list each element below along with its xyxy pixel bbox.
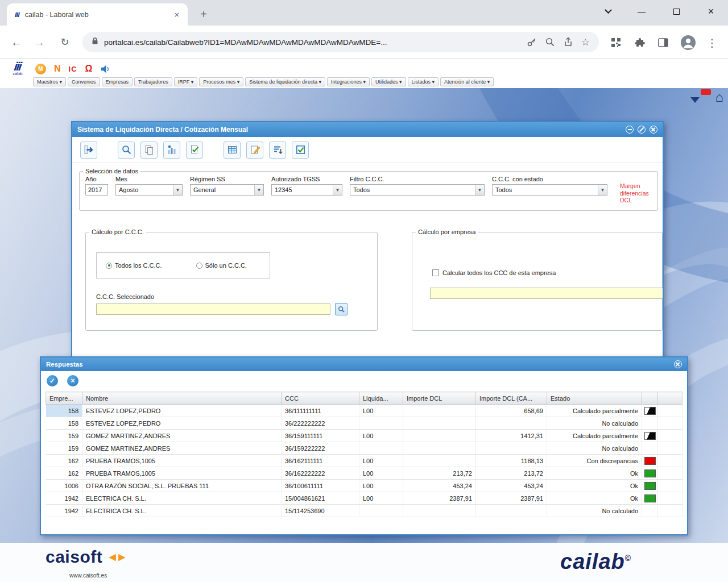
- table-row[interactable]: 158ESTEVEZ LOPEZ,PEDRO36/222222222No cal…: [46, 417, 682, 430]
- document-check-icon[interactable]: [186, 142, 203, 159]
- caisoft-url[interactable]: www.caisoft.es: [69, 572, 107, 579]
- table-row[interactable]: 162PRUEBA TRAMOS,100536/162222222L00213,…: [46, 467, 682, 480]
- ccc-search-button[interactable]: [335, 303, 348, 315]
- window-maximize-button[interactable]: [663, 2, 689, 20]
- key-icon[interactable]: [527, 37, 537, 47]
- profile-avatar[interactable]: [680, 35, 696, 51]
- empresa-input[interactable]: [430, 288, 663, 299]
- extensions-icon[interactable]: [632, 35, 648, 51]
- respuestas-close-icon[interactable]: [674, 360, 682, 368]
- statistics-icon[interactable]: [163, 142, 180, 159]
- dropdown-arrow-icon: ▼: [598, 185, 607, 195]
- table-row[interactable]: 159GOMEZ MARTINEZ,ANDRES36/159222222No c…: [46, 442, 682, 455]
- confirm-icon[interactable]: ✓: [47, 375, 58, 386]
- column-header[interactable]: Liquida...: [359, 392, 403, 405]
- menu-item[interactable]: Trabajadores: [134, 77, 172, 86]
- dialog-toolbar: [72, 137, 663, 163]
- bookmark-star-icon[interactable]: ☆: [581, 36, 590, 48]
- table-row[interactable]: 162PRUEBA TRAMOS,100536/162111111L001188…: [46, 455, 682, 467]
- menu-item[interactable]: Atención al cliente ▾: [440, 77, 494, 86]
- edit-icon[interactable]: [246, 142, 263, 159]
- collapse-arrow-icon[interactable]: [690, 97, 700, 103]
- home-icon[interactable]: ⌂: [715, 90, 724, 104]
- cell-importe-dcl: 2387,91: [403, 492, 476, 505]
- column-header[interactable]: Importe DCL: [403, 392, 476, 405]
- megaphone-icon[interactable]: [100, 65, 111, 73]
- table-row[interactable]: 1006OTRA RAZÓN SOCIAL, S.L. PRUEBAS 1113…: [46, 480, 682, 492]
- dialog-disable-icon[interactable]: [638, 126, 646, 134]
- menu-item[interactable]: Utilidades ▾: [371, 77, 406, 86]
- radio-todos-ccc[interactable]: Todos los C.C.C.: [106, 262, 162, 269]
- new-tab-button[interactable]: +: [196, 7, 211, 22]
- cailab-logo[interactable]: iii cailab: [8, 60, 27, 76]
- share-icon[interactable]: [563, 37, 573, 47]
- url-box[interactable]: portalcai.es/cailab/Cailabweb?ID1=MDAwMD…: [82, 32, 599, 52]
- column-header[interactable]: Importe DCL (CA...: [476, 392, 547, 405]
- forward-icon[interactable]: →: [31, 34, 48, 51]
- menu-item[interactable]: Convenios: [68, 77, 100, 86]
- calcular-ccc-checkbox-row[interactable]: Calcular todos los CCC de esta empresa: [432, 269, 556, 276]
- regimen-select[interactable]: General ▼: [190, 184, 264, 196]
- dialog-title-bar[interactable]: Sistema de Liquidación Directa / Cotizac…: [72, 122, 663, 137]
- search-icon[interactable]: [118, 142, 135, 159]
- menu-item[interactable]: Sistema de liquidación directa ▾: [245, 77, 325, 86]
- menu-item[interactable]: IRPF ▾: [174, 77, 198, 86]
- margen-diferencias-link[interactable]: Margen diferencias DCL: [620, 182, 653, 204]
- respuestas-dialog: Respuestas ✓ × Empre...NombreCCCLiquida.…: [40, 356, 688, 535]
- browser-tab[interactable]: iii cailab - Laboral web ×: [7, 3, 188, 26]
- field-filtro: Filtro C.C.C. Todos ▼: [350, 176, 485, 196]
- column-header[interactable]: Estado: [547, 392, 642, 405]
- calculo-ccc-legend: Cálculo por C.C.C.: [89, 228, 146, 235]
- table-row[interactable]: 1942ELECTRICA CH. S.L.15/114253690No cal…: [46, 505, 682, 517]
- table-icon[interactable]: [224, 142, 241, 159]
- letter-n-icon[interactable]: N: [54, 64, 61, 73]
- table-row[interactable]: 159GOMEZ MARTINEZ,ANDRES36/159111111L001…: [46, 430, 682, 442]
- table-row[interactable]: 1942ELECTRICA CH. S.L.15/004861621L00238…: [46, 492, 682, 505]
- app-shortcuts: MNICΩ: [35, 63, 111, 75]
- column-header[interactable]: Nombre: [82, 392, 282, 405]
- mes-value: Agosto: [116, 186, 173, 193]
- badge-m-icon[interactable]: M: [35, 64, 46, 74]
- table-row[interactable]: 158ESTEVEZ LOPEZ,PEDRO36/111111111L00658…: [46, 405, 682, 417]
- dialog-minimize-icon[interactable]: [626, 126, 634, 134]
- checkbox-icon[interactable]: [432, 269, 439, 276]
- mes-select[interactable]: Agosto ▼: [115, 184, 183, 196]
- menu-dots-icon[interactable]: ⋮: [704, 35, 720, 51]
- order-icon[interactable]: [269, 142, 286, 159]
- lock-icon: [92, 37, 98, 47]
- zoom-icon[interactable]: [545, 37, 555, 47]
- validate-icon[interactable]: [292, 142, 309, 159]
- radio-todos-label: Todos los C.C.C.: [115, 262, 162, 269]
- qr-code-icon[interactable]: [608, 35, 624, 51]
- tab-close-icon[interactable]: ×: [172, 10, 182, 20]
- caisoft-logo[interactable]: caisoft ◄►: [46, 547, 126, 567]
- respuestas-toolbar: ✓ ×: [41, 371, 687, 390]
- cancel-icon[interactable]: ×: [67, 375, 78, 386]
- ano-input[interactable]: [85, 184, 108, 196]
- menu-item[interactable]: Listados ▾: [408, 77, 439, 86]
- respuestas-title-bar[interactable]: Respuestas: [41, 357, 687, 371]
- menu-item[interactable]: Maestros ▾: [33, 77, 66, 86]
- horseshoe-icon[interactable]: Ω: [85, 64, 93, 73]
- tab-search-chevron-icon[interactable]: [595, 2, 621, 20]
- letters-ic-icon[interactable]: IC: [69, 65, 77, 73]
- window-minimize-button[interactable]: —: [628, 2, 655, 20]
- back-icon[interactable]: ←: [8, 34, 25, 51]
- autorizado-select[interactable]: 12345 ▼: [271, 184, 342, 196]
- reload-icon[interactable]: ↻: [56, 34, 73, 51]
- sidebar-icon[interactable]: [655, 35, 671, 51]
- ccc-seleccionado-input[interactable]: [96, 304, 330, 315]
- column-header[interactable]: CCC: [282, 392, 359, 405]
- execute-icon[interactable]: [80, 142, 97, 159]
- menu-item[interactable]: Procesos mes ▾: [199, 77, 243, 86]
- menu-item[interactable]: Integraciones ▾: [327, 77, 370, 86]
- window-close-button[interactable]: ×: [698, 2, 724, 20]
- copy-icon[interactable]: [140, 142, 158, 159]
- dialog-close-icon[interactable]: [650, 126, 657, 134]
- filtro-select[interactable]: Todos ▼: [350, 184, 485, 196]
- regimen-value: General: [191, 186, 254, 193]
- radio-solo-ccc[interactable]: Sólo un C.C.C.: [196, 262, 247, 269]
- estado-select[interactable]: Todos ▼: [492, 184, 607, 196]
- menu-item[interactable]: Empresas: [102, 77, 133, 86]
- column-header[interactable]: Empre...: [46, 392, 82, 405]
